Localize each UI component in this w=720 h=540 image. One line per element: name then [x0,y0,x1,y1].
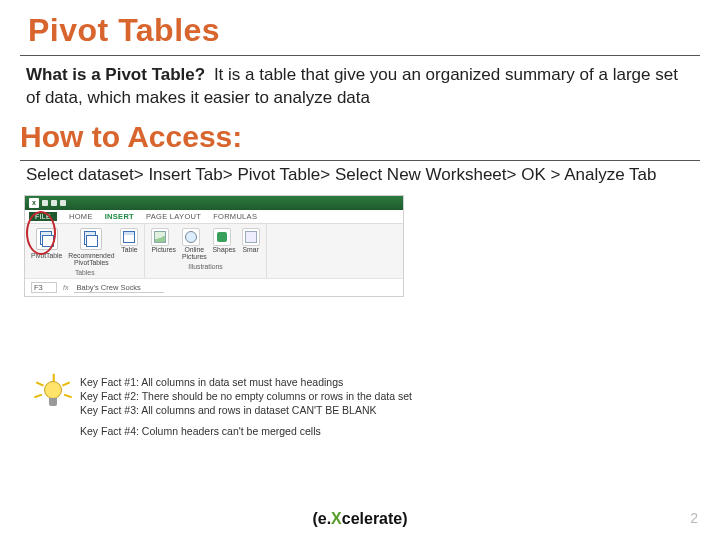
pictures-icon [151,228,169,246]
tab-file: FILE [29,212,57,221]
brand-footer: (e.Xcelerate) [0,510,720,528]
intro-lead: What is a Pivot Table? [26,65,209,84]
recommended-label: Recommended PivotTables [68,252,114,266]
lightbulb-icon [36,375,70,413]
smartart-label: Smar [242,246,260,253]
excel-ribbon-screenshot: x FILE HOME INSERT PAGE LAYOUT FORMULAS … [24,195,404,297]
group-label: Tables [31,269,138,276]
table-label: Table [120,246,138,253]
shapes-label: Shapes [213,246,236,253]
fx-icon: fx [63,284,68,291]
brand-x: X [331,510,342,527]
qat-icon [42,200,48,206]
divider [20,160,700,161]
smartart-icon [242,228,260,246]
pivottable-icon [84,231,96,245]
key-facts-text: Key Fact #1: All columns in data set mus… [80,375,412,438]
recommended-pivottables-button: Recommended PivotTables [68,228,114,266]
access-path: Select dataset> Insert Tab> Pivot Table>… [26,165,694,185]
table-icon [120,228,138,246]
qat-icon [51,200,57,206]
key-fact-4: Key Fact #4: Column headers can't be mer… [80,424,412,438]
pivottable-icon [40,231,52,245]
slide: Pivot Tables What is a Pivot Table? It i… [0,0,720,540]
how-to-access-heading: How to Access: [20,120,700,154]
quick-access-toolbar: x [25,196,403,210]
ribbon-groups: PivotTable Recommended PivotTables Table… [25,224,403,278]
tab-insert: INSERT [105,212,134,221]
tab-page-layout: PAGE LAYOUT [146,212,201,221]
formula-bar: F3 fx Baby's Crew Socks [25,278,403,296]
pictures-label: Pictures [151,246,176,253]
excel-icon: x [29,198,39,208]
brand-open: (e. [312,510,331,527]
tab-formulas: FORMULAS [213,212,257,221]
group-label: Illustrations [151,263,259,270]
formula-value: Baby's Crew Socks [74,283,164,293]
ribbon-tabs: FILE HOME INSERT PAGE LAYOUT FORMULAS [25,210,403,224]
tab-home: HOME [69,212,93,221]
key-fact-3: Key Fact #3: All columns and rows in dat… [80,403,412,417]
page-title: Pivot Tables [28,12,700,49]
pivottable-label: PivotTable [31,252,62,259]
group-illustrations: Pictures Online Pictures Shapes Smar Ill… [145,224,266,278]
key-fact-2: Key Fact #2: There should be no empty co… [80,389,412,403]
pivottable-button: PivotTable [31,228,62,266]
name-box: F3 [31,282,57,293]
page-number: 2 [690,510,698,526]
online-pictures-icon [182,228,200,246]
table-button: Table [120,228,138,266]
divider [20,55,700,56]
shapes-icon [213,228,231,246]
qat-icon [60,200,66,206]
key-facts: Key Fact #1: All columns in data set mus… [36,375,700,438]
intro-paragraph: What is a Pivot Table? It is a table tha… [26,64,694,110]
key-fact-1: Key Fact #1: All columns in data set mus… [80,375,412,389]
online-label: Online Pictures [182,246,207,260]
group-tables: PivotTable Recommended PivotTables Table… [25,224,145,278]
brand-rest: celerate) [342,510,408,527]
